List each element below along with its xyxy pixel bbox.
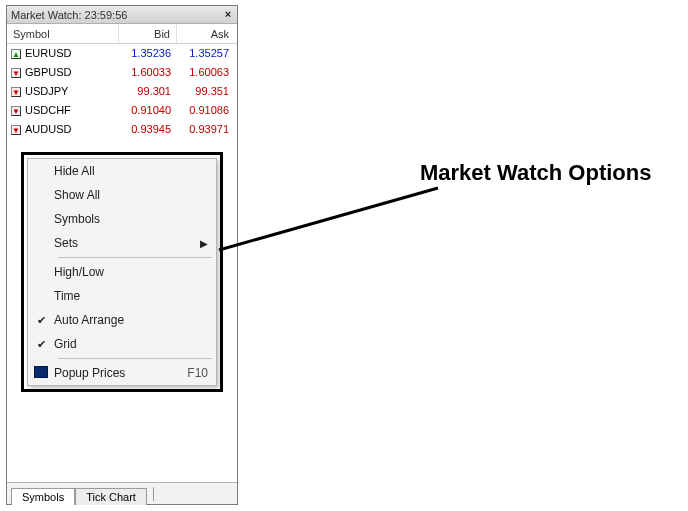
symbol-list: ▲ EURUSD 1.35236 1.35257 ▼ GBPUSD 1.6003… (7, 44, 237, 139)
annotation-label: Market Watch Options (420, 160, 651, 186)
titlebar: Market Watch: 23:59:56 × (7, 6, 237, 24)
title-prefix: Market Watch: (11, 9, 82, 21)
bid-price: 0.91040 (119, 101, 177, 120)
bid-price: 1.60033 (119, 63, 177, 82)
symbol-row[interactable]: ▼ GBPUSD 1.60033 1.60063 (7, 63, 237, 82)
menu-symbols[interactable]: Symbols (28, 207, 216, 231)
menu-high-low[interactable]: High/Low (28, 260, 216, 284)
symbol-row[interactable]: ▼ USDCHF 0.91040 0.91086 (7, 101, 237, 120)
close-icon[interactable]: × (221, 8, 235, 22)
col-symbol-header[interactable]: Symbol (7, 24, 119, 43)
ask-price: 1.35257 (177, 44, 235, 63)
menu-show-all[interactable]: Show All (28, 183, 216, 207)
symbol-name: AUDUSD (25, 120, 71, 139)
svg-line-0 (219, 188, 438, 250)
window-title: Market Watch: 23:59:56 (11, 9, 221, 21)
check-icon: ✔ (28, 314, 54, 327)
ask-price: 0.91086 (177, 101, 235, 120)
context-menu: Hide All Show All Symbols Sets ▶ High/Lo… (27, 158, 217, 386)
direction-up-icon: ▲ (11, 49, 21, 59)
ask-price: 0.93971 (177, 120, 235, 139)
market-watch-panel: Market Watch: 23:59:56 × Symbol Bid Ask … (6, 5, 238, 505)
symbol-row[interactable]: ▼ AUDUSD 0.93945 0.93971 (7, 120, 237, 139)
bid-price: 1.35236 (119, 44, 177, 63)
direction-down-icon: ▼ (11, 106, 21, 116)
ask-price: 99.351 (177, 82, 235, 101)
tab-symbols[interactable]: Symbols (11, 488, 75, 505)
menu-grid[interactable]: ✔ Grid (28, 332, 216, 356)
symbol-name: EURUSD (25, 44, 71, 63)
column-headers: Symbol Bid Ask (7, 24, 237, 44)
menu-separator (58, 358, 212, 359)
col-bid-header[interactable]: Bid (119, 24, 177, 43)
title-time: 23:59:56 (85, 9, 128, 21)
menu-popup-prices[interactable]: Popup Prices F10 (28, 361, 216, 385)
symbol-name: GBPUSD (25, 63, 71, 82)
menu-separator (58, 257, 212, 258)
submenu-arrow-icon: ▶ (200, 238, 208, 249)
tab-bar: Symbols Tick Chart (7, 482, 237, 504)
bid-price: 99.301 (119, 82, 177, 101)
bid-price: 0.93945 (119, 120, 177, 139)
direction-down-icon: ▼ (11, 68, 21, 78)
symbol-row[interactable]: ▲ EURUSD 1.35236 1.35257 (7, 44, 237, 63)
check-icon: ✔ (28, 338, 54, 351)
menu-hide-all[interactable]: Hide All (28, 159, 216, 183)
col-ask-header[interactable]: Ask (177, 24, 235, 43)
direction-down-icon: ▼ (11, 87, 21, 97)
tab-tick-chart[interactable]: Tick Chart (75, 488, 147, 505)
popup-prices-icon (34, 366, 48, 378)
ask-price: 1.60063 (177, 63, 235, 82)
context-menu-highlight-frame: Hide All Show All Symbols Sets ▶ High/Lo… (21, 152, 223, 392)
menu-sets[interactable]: Sets ▶ (28, 231, 216, 255)
menu-auto-arrange[interactable]: ✔ Auto Arrange (28, 308, 216, 332)
symbol-row[interactable]: ▼ USDJPY 99.301 99.351 (7, 82, 237, 101)
tab-separator (153, 487, 154, 501)
symbol-name: USDCHF (25, 101, 71, 120)
menu-time[interactable]: Time (28, 284, 216, 308)
symbol-name: USDJPY (25, 82, 68, 101)
direction-down-icon: ▼ (11, 125, 21, 135)
shortcut-label: F10 (187, 366, 208, 380)
